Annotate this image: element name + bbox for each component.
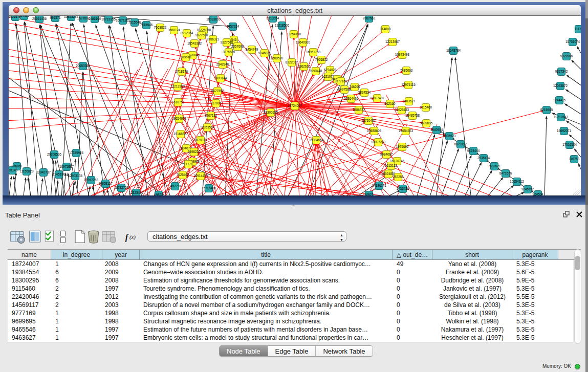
svg-text:2367608: 2367608 xyxy=(231,45,244,48)
svg-text:8215955: 8215955 xyxy=(540,108,553,112)
svg-text:9327508: 9327508 xyxy=(221,40,233,44)
svg-text:12353594: 12353594 xyxy=(200,125,215,129)
svg-text:394111: 394111 xyxy=(19,16,30,17)
svg-text:12942737: 12942737 xyxy=(36,170,51,174)
svg-text:8186323: 8186323 xyxy=(207,37,220,41)
svg-text:8267130: 8267130 xyxy=(205,114,217,117)
svg-text:3875685: 3875685 xyxy=(223,50,235,54)
svg-text:12093872: 12093872 xyxy=(553,84,568,87)
svg-text:10975867: 10975867 xyxy=(59,165,74,168)
svg-text:16782759: 16782759 xyxy=(114,186,129,189)
svg-text:12503135: 12503135 xyxy=(68,174,83,178)
svg-text:9699695: 9699695 xyxy=(420,121,433,125)
svg-text:7386372: 7386372 xyxy=(353,108,365,112)
svg-text:2803144: 2803144 xyxy=(214,76,227,80)
svg-text:10807487: 10807487 xyxy=(370,96,385,100)
svg-text:20691406: 20691406 xyxy=(32,17,47,20)
svg-text:10210643: 10210643 xyxy=(554,115,569,119)
svg-text:8990448: 8990448 xyxy=(310,69,322,73)
svg-text:10958117: 10958117 xyxy=(98,182,113,185)
svg-text:10654112: 10654112 xyxy=(510,180,524,183)
svg-text:15692071: 15692071 xyxy=(557,129,572,133)
svg-text:6879197: 6879197 xyxy=(454,142,467,146)
svg-text:19384554: 19384554 xyxy=(309,138,324,142)
svg-text:15720407: 15720407 xyxy=(361,119,376,122)
svg-text:16033809: 16033809 xyxy=(206,17,221,21)
svg-text:18300295: 18300295 xyxy=(264,111,278,114)
svg-text:13254190: 13254190 xyxy=(287,32,301,36)
svg-text:1244415: 1244415 xyxy=(553,98,566,102)
svg-text:9115460: 9115460 xyxy=(420,105,432,109)
svg-text:995371: 995371 xyxy=(50,16,61,19)
svg-text:7955812: 7955812 xyxy=(315,58,328,61)
svg-text:19166827: 19166827 xyxy=(173,132,188,136)
svg-text:1145190: 1145190 xyxy=(53,172,66,176)
svg-text:114808: 114808 xyxy=(380,27,391,31)
svg-text:17957253: 17957253 xyxy=(84,178,99,182)
svg-text:f: f xyxy=(125,233,129,242)
svg-text:18724007: 18724007 xyxy=(288,104,302,107)
svg-text:989618: 989618 xyxy=(180,55,191,59)
svg-text:2087662: 2087662 xyxy=(363,16,376,20)
svg-text:9474444: 9474444 xyxy=(467,149,480,152)
svg-text:12213967: 12213967 xyxy=(385,40,400,43)
svg-text:1640954: 1640954 xyxy=(430,128,443,132)
svg-text:10688609: 10688609 xyxy=(367,129,382,133)
svg-text:1615132: 1615132 xyxy=(385,164,398,167)
svg-text:19654923: 19654923 xyxy=(172,117,187,120)
svg-text:16914479: 16914479 xyxy=(193,174,208,178)
svg-text:817006: 817006 xyxy=(210,101,222,105)
svg-text:(x): (x) xyxy=(129,234,136,240)
svg-text:12975115: 12975115 xyxy=(401,83,416,86)
svg-text:6794028: 6794028 xyxy=(324,68,337,72)
svg-text:746266: 746266 xyxy=(349,85,360,89)
svg-text:7485063: 7485063 xyxy=(400,69,413,72)
svg-text:11156829: 11156829 xyxy=(19,169,34,173)
svg-text:11173: 11173 xyxy=(575,27,581,31)
svg-text:18495758: 18495758 xyxy=(405,114,420,117)
svg-text:1362615: 1362615 xyxy=(298,64,311,68)
svg-text:8427552: 8427552 xyxy=(211,89,224,93)
svg-text:9827500: 9827500 xyxy=(195,33,208,37)
svg-text:1610752: 1610752 xyxy=(172,100,185,104)
svg-text:9245652: 9245652 xyxy=(521,187,534,191)
svg-text:7663822: 7663822 xyxy=(154,26,167,29)
svg-text:10853287: 10853287 xyxy=(64,16,79,18)
svg-text:9660124: 9660124 xyxy=(168,28,181,32)
svg-text:15751074: 15751074 xyxy=(565,40,580,43)
svg-text:10719155: 10719155 xyxy=(101,17,116,21)
svg-text:19654923: 19654923 xyxy=(399,129,413,133)
svg-text:12323446: 12323446 xyxy=(129,191,144,194)
svg-text:116753: 116753 xyxy=(569,157,580,161)
svg-text:5935923: 5935923 xyxy=(443,134,456,138)
svg-text:9329966: 9329966 xyxy=(560,54,573,58)
svg-text:8471676: 8471676 xyxy=(499,171,512,175)
svg-text:8322037: 8322037 xyxy=(286,60,298,64)
svg-text:9463627: 9463627 xyxy=(403,99,416,103)
svg-text:2342846: 2342846 xyxy=(216,62,229,66)
svg-text:17359924: 17359924 xyxy=(69,151,84,155)
svg-text:14136141: 14136141 xyxy=(372,184,387,187)
svg-text:8454749: 8454749 xyxy=(246,48,258,51)
svg-text:7515546: 7515546 xyxy=(128,20,141,24)
svg-text:9457791: 9457791 xyxy=(169,184,182,188)
svg-text:2718176: 2718176 xyxy=(176,70,188,73)
svg-text:10973493: 10973493 xyxy=(395,53,410,56)
svg-text:6466160: 6466160 xyxy=(89,17,101,20)
svg-text:8912954: 8912954 xyxy=(181,31,193,35)
svg-text:16961758: 16961758 xyxy=(306,50,321,54)
svg-text:20364436: 20364436 xyxy=(344,97,359,100)
svg-text:962160: 962160 xyxy=(384,102,396,105)
svg-text:15716485: 15716485 xyxy=(202,186,216,190)
svg-text:3824534: 3824534 xyxy=(358,91,371,94)
svg-text:17016504: 17016504 xyxy=(562,143,577,146)
svg-text:18807249: 18807249 xyxy=(371,140,386,144)
svg-text:20053346: 20053346 xyxy=(76,64,91,68)
svg-text:8813054: 8813054 xyxy=(267,16,279,20)
svg-text:1733426: 1733426 xyxy=(397,187,409,190)
svg-text:10025433: 10025433 xyxy=(395,108,409,112)
svg-text:9146821: 9146821 xyxy=(258,51,271,55)
svg-text:7625402: 7625402 xyxy=(177,173,189,177)
svg-text:1588520: 1588520 xyxy=(271,56,284,60)
svg-text:252254: 252254 xyxy=(393,175,404,179)
